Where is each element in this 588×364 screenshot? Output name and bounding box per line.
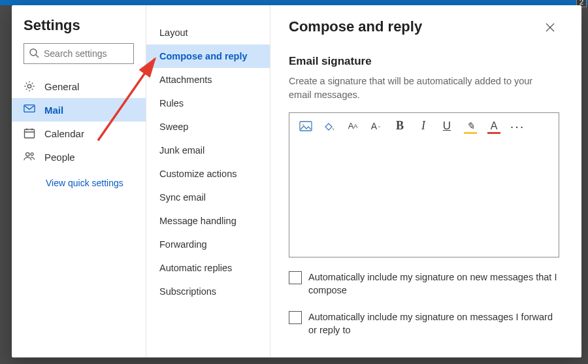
- search-icon: [29, 48, 39, 58]
- sub-customize-actions[interactable]: Customize actions: [146, 162, 270, 186]
- category-people[interactable]: People: [12, 145, 146, 169]
- detail-pane: Compose and reply Email signature Create…: [270, 5, 581, 357]
- svg-point-12: [31, 153, 33, 156]
- settings-sidebar: Settings General: [12, 5, 146, 357]
- sub-attachments[interactable]: Attachments: [146, 68, 270, 91]
- search-wrap: [24, 43, 134, 64]
- sub-forwarding[interactable]: Forwarding: [146, 233, 270, 256]
- checkbox-new-label: Automatically include my signature on ne…: [308, 271, 559, 297]
- subsection-list: Layout Compose and reply Attachments Rul…: [146, 21, 270, 303]
- font-size-icon[interactable]: AA: [346, 119, 360, 133]
- view-quick-settings-link[interactable]: View quick settings: [12, 169, 146, 188]
- category-calendar[interactable]: Calendar: [12, 122, 146, 145]
- svg-point-16: [302, 124, 304, 125]
- sub-automatic-replies[interactable]: Automatic replies: [146, 256, 270, 280]
- signature-textarea[interactable]: [289, 139, 559, 257]
- app-ribbon: [0, 0, 588, 5]
- category-label: Calendar: [44, 128, 84, 139]
- svg-point-0: [30, 49, 37, 56]
- checkbox-forward-reply[interactable]: [289, 311, 302, 324]
- svg-rect-3: [24, 105, 35, 112]
- svg-point-2: [27, 84, 31, 88]
- detail-heading: Compose and reply: [289, 18, 422, 35]
- subsection-sidebar: Layout Compose and reply Attachments Rul…: [146, 5, 270, 357]
- calendar-icon: [24, 127, 35, 139]
- more-options-button[interactable]: ···: [510, 119, 525, 133]
- checkbox-fwd-label: Automatically include my signature on me…: [308, 310, 559, 337]
- svg-line-1: [36, 55, 39, 58]
- sub-junk-email[interactable]: Junk email: [146, 139, 270, 162]
- sub-layout[interactable]: Layout: [146, 21, 270, 44]
- sub-rules[interactable]: Rules: [146, 91, 270, 115]
- category-label: General: [44, 81, 79, 92]
- underline-button[interactable]: U: [440, 119, 454, 133]
- checkbox-new-messages[interactable]: [289, 271, 302, 284]
- sub-subscriptions[interactable]: Subscriptions: [146, 280, 270, 303]
- checkbox-row-new: Automatically include my signature on ne…: [289, 271, 559, 297]
- sub-compose-reply[interactable]: Compose and reply: [146, 44, 270, 68]
- category-label: People: [44, 152, 75, 163]
- search-input[interactable]: [24, 43, 134, 64]
- gear-icon: [24, 80, 35, 92]
- insert-image-icon[interactable]: [299, 119, 313, 133]
- bold-button[interactable]: B: [393, 119, 407, 133]
- svg-rect-15: [300, 122, 312, 131]
- category-mail[interactable]: Mail: [12, 98, 146, 122]
- signature-editor: AA A⌄ B I U ✎ A ···: [289, 112, 559, 257]
- styles-icon[interactable]: [322, 119, 336, 133]
- italic-button[interactable]: I: [416, 119, 431, 133]
- sub-sync-email[interactable]: Sync email: [146, 186, 270, 209]
- sub-sweep[interactable]: Sweep: [146, 115, 270, 139]
- font-color-button[interactable]: A: [487, 119, 501, 133]
- mail-icon: [24, 104, 35, 116]
- sub-message-handling[interactable]: Message handling: [146, 209, 270, 233]
- people-icon: [24, 151, 35, 163]
- checkbox-row-fwd: Automatically include my signature on me…: [289, 310, 559, 337]
- editor-toolbar: AA A⌄ B I U ✎ A ···: [289, 113, 559, 139]
- category-list: General Mail: [12, 74, 146, 169]
- svg-rect-4: [25, 129, 35, 138]
- detail-header: Compose and reply: [289, 18, 575, 37]
- close-button[interactable]: [541, 18, 559, 37]
- svg-point-11: [26, 153, 29, 156]
- font-size-dropdown-icon[interactable]: A⌄: [369, 119, 384, 133]
- highlight-button[interactable]: ✎: [463, 119, 478, 133]
- settings-panel: Settings General: [12, 5, 581, 357]
- category-label: Mail: [44, 105, 63, 116]
- settings-title: Settings: [12, 17, 146, 43]
- section-desc: Create a signature that will be automati…: [289, 74, 550, 102]
- detail-scroll[interactable]: Email signature Create a signature that …: [289, 55, 575, 357]
- category-general[interactable]: General: [12, 74, 146, 98]
- section-title: Email signature: [289, 55, 559, 68]
